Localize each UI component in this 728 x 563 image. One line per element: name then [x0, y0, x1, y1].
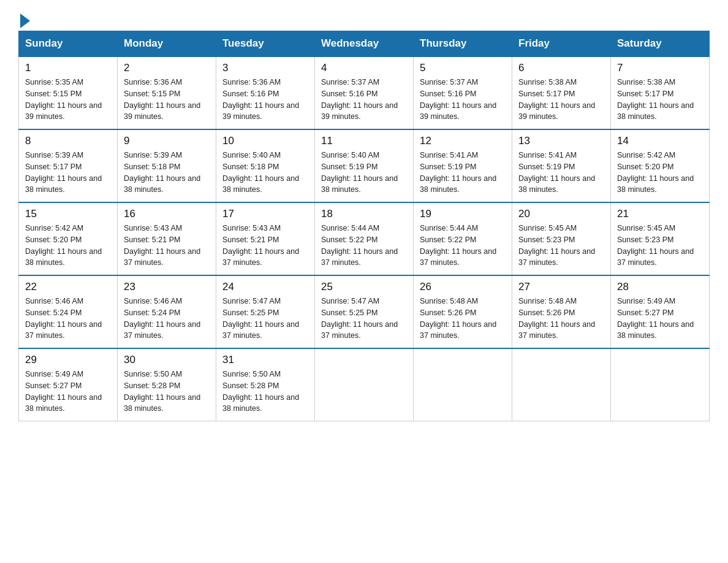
- day-number: 17: [222, 208, 308, 220]
- calendar-cell: 28Sunrise: 5:49 AMSunset: 5:27 PMDayligh…: [611, 275, 710, 348]
- calendar-cell: [512, 348, 611, 421]
- calendar-cell: 25Sunrise: 5:47 AMSunset: 5:25 PMDayligh…: [315, 275, 414, 348]
- calendar-cell: [414, 348, 512, 421]
- calendar-cell: 9Sunrise: 5:39 AMSunset: 5:18 PMDaylight…: [118, 129, 216, 202]
- day-number: 14: [617, 135, 703, 147]
- day-number: 6: [518, 62, 604, 74]
- calendar-cell: 20Sunrise: 5:45 AMSunset: 5:23 PMDayligh…: [512, 202, 611, 275]
- day-number: 28: [617, 281, 703, 293]
- day-header-monday: Monday: [118, 31, 216, 57]
- logo-arrow-icon: [20, 13, 30, 28]
- calendar-cell: [611, 348, 710, 421]
- day-info: Sunrise: 5:48 AMSunset: 5:26 PMDaylight:…: [420, 296, 506, 342]
- day-info: Sunrise: 5:46 AMSunset: 5:24 PMDaylight:…: [124, 296, 210, 342]
- calendar-week-row: 29Sunrise: 5:49 AMSunset: 5:27 PMDayligh…: [19, 348, 710, 421]
- calendar-cell: 5Sunrise: 5:37 AMSunset: 5:16 PMDaylight…: [414, 56, 512, 129]
- day-number: 18: [321, 208, 407, 220]
- day-info: Sunrise: 5:40 AMSunset: 5:18 PMDaylight:…: [222, 150, 308, 196]
- calendar-table: SundayMondayTuesdayWednesdayThursdayFrid…: [18, 31, 710, 421]
- day-header-tuesday: Tuesday: [216, 31, 315, 57]
- day-number: 21: [617, 208, 703, 220]
- calendar-cell: 10Sunrise: 5:40 AMSunset: 5:18 PMDayligh…: [216, 129, 315, 202]
- day-header-wednesday: Wednesday: [315, 31, 414, 57]
- day-number: 12: [420, 135, 506, 147]
- calendar-cell: 8Sunrise: 5:39 AMSunset: 5:17 PMDaylight…: [19, 129, 118, 202]
- calendar-cell: 11Sunrise: 5:40 AMSunset: 5:19 PMDayligh…: [315, 129, 414, 202]
- day-info: Sunrise: 5:44 AMSunset: 5:22 PMDaylight:…: [420, 223, 506, 269]
- calendar-cell: 7Sunrise: 5:38 AMSunset: 5:17 PMDaylight…: [611, 56, 710, 129]
- calendar-cell: 24Sunrise: 5:47 AMSunset: 5:25 PMDayligh…: [216, 275, 315, 348]
- day-info: Sunrise: 5:41 AMSunset: 5:19 PMDaylight:…: [518, 150, 604, 196]
- calendar-cell: 13Sunrise: 5:41 AMSunset: 5:19 PMDayligh…: [512, 129, 611, 202]
- day-info: Sunrise: 5:42 AMSunset: 5:20 PMDaylight:…: [25, 223, 111, 269]
- page-header: [18, 12, 710, 25]
- day-number: 11: [321, 135, 407, 147]
- calendar-cell: 14Sunrise: 5:42 AMSunset: 5:20 PMDayligh…: [611, 129, 710, 202]
- day-info: Sunrise: 5:36 AMSunset: 5:15 PMDaylight:…: [124, 77, 210, 123]
- day-number: 1: [25, 62, 111, 74]
- calendar-cell: 31Sunrise: 5:50 AMSunset: 5:28 PMDayligh…: [216, 348, 315, 421]
- calendar-cell: 16Sunrise: 5:43 AMSunset: 5:21 PMDayligh…: [118, 202, 216, 275]
- calendar-week-row: 8Sunrise: 5:39 AMSunset: 5:17 PMDaylight…: [19, 129, 710, 202]
- calendar-week-row: 1Sunrise: 5:35 AMSunset: 5:15 PMDaylight…: [19, 56, 710, 129]
- day-info: Sunrise: 5:37 AMSunset: 5:16 PMDaylight:…: [420, 77, 506, 123]
- logo: [18, 12, 30, 25]
- day-info: Sunrise: 5:49 AMSunset: 5:27 PMDaylight:…: [25, 369, 111, 415]
- day-number: 19: [420, 208, 506, 220]
- day-info: Sunrise: 5:38 AMSunset: 5:17 PMDaylight:…: [518, 77, 604, 123]
- day-number: 24: [222, 281, 308, 293]
- day-number: 25: [321, 281, 407, 293]
- calendar-cell: 1Sunrise: 5:35 AMSunset: 5:15 PMDaylight…: [19, 56, 118, 129]
- day-number: 2: [124, 62, 210, 74]
- day-info: Sunrise: 5:46 AMSunset: 5:24 PMDaylight:…: [25, 296, 111, 342]
- day-number: 16: [124, 208, 210, 220]
- day-header-thursday: Thursday: [414, 31, 512, 57]
- calendar-cell: 22Sunrise: 5:46 AMSunset: 5:24 PMDayligh…: [19, 275, 118, 348]
- calendar-cell: 19Sunrise: 5:44 AMSunset: 5:22 PMDayligh…: [414, 202, 512, 275]
- day-info: Sunrise: 5:47 AMSunset: 5:25 PMDaylight:…: [321, 296, 407, 342]
- day-header-friday: Friday: [512, 31, 611, 57]
- day-info: Sunrise: 5:43 AMSunset: 5:21 PMDaylight:…: [124, 223, 210, 269]
- day-header-saturday: Saturday: [611, 31, 710, 57]
- day-number: 20: [518, 208, 604, 220]
- day-info: Sunrise: 5:41 AMSunset: 5:19 PMDaylight:…: [420, 150, 506, 196]
- calendar-cell: 30Sunrise: 5:50 AMSunset: 5:28 PMDayligh…: [118, 348, 216, 421]
- day-number: 8: [25, 135, 111, 147]
- day-number: 26: [420, 281, 506, 293]
- calendar-cell: 15Sunrise: 5:42 AMSunset: 5:20 PMDayligh…: [19, 202, 118, 275]
- day-info: Sunrise: 5:45 AMSunset: 5:23 PMDaylight:…: [518, 223, 604, 269]
- day-info: Sunrise: 5:35 AMSunset: 5:15 PMDaylight:…: [25, 77, 111, 123]
- day-info: Sunrise: 5:50 AMSunset: 5:28 PMDaylight:…: [222, 369, 308, 415]
- day-info: Sunrise: 5:39 AMSunset: 5:17 PMDaylight:…: [25, 150, 111, 196]
- day-number: 13: [518, 135, 604, 147]
- day-info: Sunrise: 5:42 AMSunset: 5:20 PMDaylight:…: [617, 150, 703, 196]
- calendar-week-row: 22Sunrise: 5:46 AMSunset: 5:24 PMDayligh…: [19, 275, 710, 348]
- day-number: 9: [124, 135, 210, 147]
- day-number: 31: [222, 354, 308, 366]
- calendar-cell: 4Sunrise: 5:37 AMSunset: 5:16 PMDaylight…: [315, 56, 414, 129]
- day-number: 22: [25, 281, 111, 293]
- day-number: 29: [25, 354, 111, 366]
- calendar-header-row: SundayMondayTuesdayWednesdayThursdayFrid…: [19, 31, 710, 57]
- day-info: Sunrise: 5:50 AMSunset: 5:28 PMDaylight:…: [124, 369, 210, 415]
- day-info: Sunrise: 5:44 AMSunset: 5:22 PMDaylight:…: [321, 223, 407, 269]
- calendar-cell: 23Sunrise: 5:46 AMSunset: 5:24 PMDayligh…: [118, 275, 216, 348]
- day-number: 27: [518, 281, 604, 293]
- calendar-cell: 6Sunrise: 5:38 AMSunset: 5:17 PMDaylight…: [512, 56, 611, 129]
- day-number: 23: [124, 281, 210, 293]
- day-info: Sunrise: 5:40 AMSunset: 5:19 PMDaylight:…: [321, 150, 407, 196]
- calendar-week-row: 15Sunrise: 5:42 AMSunset: 5:20 PMDayligh…: [19, 202, 710, 275]
- day-number: 3: [222, 62, 308, 74]
- calendar-cell: 12Sunrise: 5:41 AMSunset: 5:19 PMDayligh…: [414, 129, 512, 202]
- day-number: 5: [420, 62, 506, 74]
- day-number: 10: [222, 135, 308, 147]
- day-info: Sunrise: 5:38 AMSunset: 5:17 PMDaylight:…: [617, 77, 703, 123]
- day-number: 4: [321, 62, 407, 74]
- day-info: Sunrise: 5:49 AMSunset: 5:27 PMDaylight:…: [617, 296, 703, 342]
- calendar-cell: 2Sunrise: 5:36 AMSunset: 5:15 PMDaylight…: [118, 56, 216, 129]
- day-header-sunday: Sunday: [19, 31, 118, 57]
- calendar-cell: 3Sunrise: 5:36 AMSunset: 5:16 PMDaylight…: [216, 56, 315, 129]
- day-info: Sunrise: 5:43 AMSunset: 5:21 PMDaylight:…: [222, 223, 308, 269]
- calendar-cell: 27Sunrise: 5:48 AMSunset: 5:26 PMDayligh…: [512, 275, 611, 348]
- day-info: Sunrise: 5:37 AMSunset: 5:16 PMDaylight:…: [321, 77, 407, 123]
